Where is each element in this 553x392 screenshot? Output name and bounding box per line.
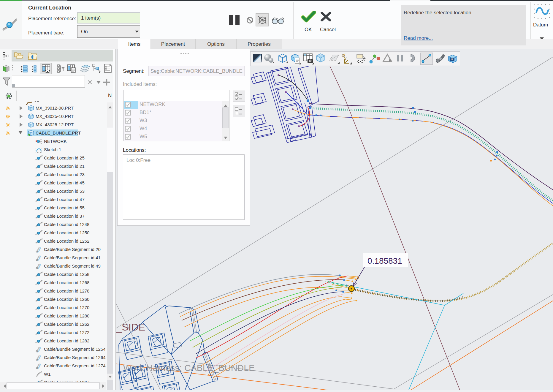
svg-text:y: y (344, 56, 346, 61)
svg-text:J1: J1 (450, 58, 453, 61)
svg-text:0.185831: 0.185831 (367, 256, 402, 265)
svg-text:_SIDE: _SIDE (116, 321, 145, 333)
